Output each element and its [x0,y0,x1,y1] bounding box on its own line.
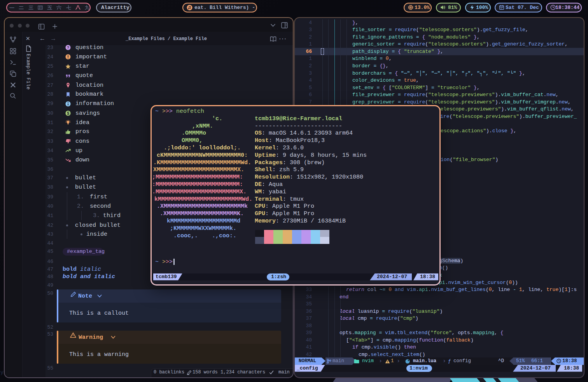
svg-text:?: ? [66,45,69,49]
svg-text:$: $ [67,111,69,116]
